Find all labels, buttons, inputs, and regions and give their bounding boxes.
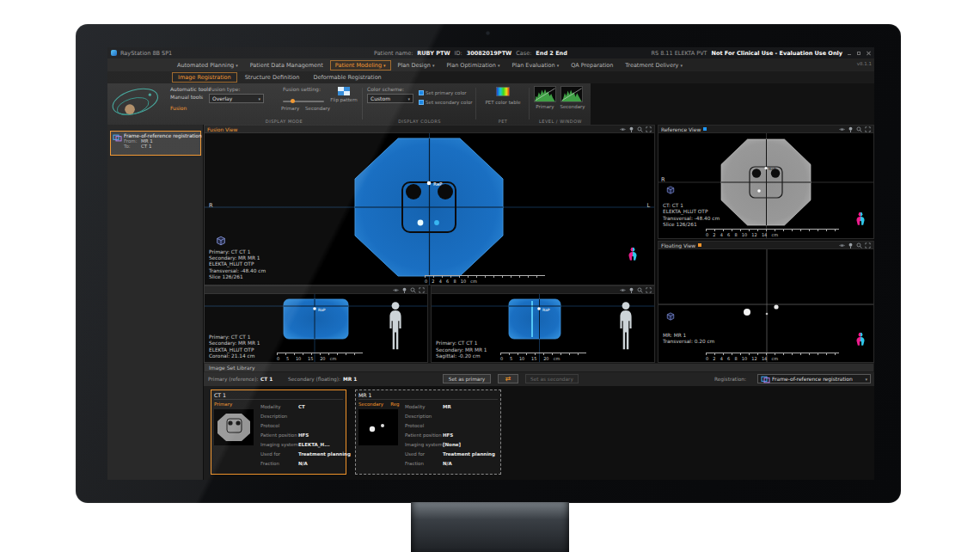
tab-treatment-delivery[interactable]: Treatment Delivery <box>620 60 688 71</box>
coronal-view-canvas[interactable]: RaP Primary: CT CT 1 Secondary: MR MR 1 … <box>205 294 427 362</box>
expand-icon[interactable] <box>646 126 652 132</box>
reference-view[interactable]: Reference View <box>658 125 874 239</box>
sagittal-view-canvas[interactable]: RaP Primary: CT CT 1 Secondary: MR MR 1 … <box>432 294 654 362</box>
fusion-view[interactable]: Fusion View RaP <box>204 125 655 285</box>
tab-plan-optimization[interactable]: Plan Optimization <box>441 60 505 71</box>
pin-icon[interactable] <box>628 287 634 293</box>
swap-primary-secondary-button[interactable] <box>498 374 518 383</box>
field-label: Patient position <box>405 432 443 438</box>
pin-icon[interactable] <box>848 126 854 132</box>
zoom-icon[interactable] <box>410 287 416 293</box>
frame-of-reference-registration-item[interactable]: Frame-of-reference registration From:MR … <box>110 131 201 156</box>
subtab-deformable-registration[interactable]: Deformable Registration <box>307 72 387 83</box>
field-label: Imaging system <box>405 442 443 447</box>
color-scheme-select[interactable]: Custom <box>367 94 413 103</box>
info-line: ELEKTA_HLUT OTP <box>663 209 720 215</box>
subtab-structure-definition[interactable]: Structure Definition <box>239 72 306 83</box>
reference-view-canvas[interactable]: RaP R CT: CT 1 ELEKTA_HLUT OTP Transvers… <box>658 133 873 238</box>
image-set-card-mr1[interactable]: MR 1 Secondary Reg <box>355 389 501 475</box>
phantom-marker-label: RaP <box>769 167 776 171</box>
eye-icon[interactable] <box>620 287 626 293</box>
info-line: ELEKTA_HLUT OTP <box>209 261 266 267</box>
subtab-image-registration[interactable]: Image Registration <box>172 72 237 83</box>
set-as-primary-button[interactable]: Set as primary <box>443 374 491 383</box>
pin-icon[interactable] <box>401 287 407 293</box>
fusion-type-select[interactable]: Overlay <box>209 94 264 103</box>
tab-plan-design[interactable]: Plan Design <box>393 60 440 71</box>
secondary-level-window-histogram[interactable] <box>560 86 583 102</box>
tab-patient-modeling[interactable]: Patient Modeling <box>330 60 391 71</box>
card-title: MR 1 <box>358 392 498 400</box>
zoom-icon[interactable] <box>637 287 643 293</box>
patient-orientation-slot <box>854 212 867 226</box>
coronal-view[interactable]: RaP Primary: CT CT 1 Secondary: MR MR 1 … <box>204 285 428 363</box>
floating-view-canvas[interactable]: MR: MR 1 Transversal: 0.20 cm 0 2 4 6 8 … <box>658 249 873 362</box>
app-title: RayStation 8B SP1 <box>120 50 172 57</box>
tab-label: Plan Design <box>398 62 431 69</box>
sidebar-item-automatic-tools[interactable]: Automatic tools <box>170 86 211 92</box>
fusion-setting-slider[interactable] <box>283 101 324 102</box>
primary-level-window-histogram[interactable] <box>534 86 556 102</box>
patient-3d-model <box>383 300 407 357</box>
pet-color-table-button[interactable] <box>496 87 510 96</box>
ruler-numbers: 0 5 10 15 20 <box>500 356 549 361</box>
card-title: CT 1 <box>214 392 343 400</box>
zoom-icon[interactable] <box>637 126 643 132</box>
expand-icon[interactable] <box>865 242 871 248</box>
maximize-icon[interactable] <box>856 51 861 56</box>
tab-qa-preparation[interactable]: QA Preparation <box>566 60 618 71</box>
raystation-window: RayStation 8B SP1 Patient name: RUBY PTW… <box>107 47 874 480</box>
zoom-icon[interactable] <box>856 126 862 132</box>
case-label: Case: <box>516 50 531 57</box>
view-info-text: Primary: CT CT 1 Secondary: MR MR 1 ELEK… <box>209 249 266 280</box>
field-label: Protocol <box>260 423 298 428</box>
tab-automated-planning[interactable]: Automated Planning <box>172 60 243 71</box>
tab-plan-evaluation[interactable]: Plan Evaluation <box>506 60 564 71</box>
eye-icon[interactable] <box>839 242 845 248</box>
image-set-cube-icon <box>665 311 676 322</box>
field-value: N/A <box>298 461 308 466</box>
pin-icon[interactable] <box>848 242 854 248</box>
set-as-secondary-button[interactable]: Set as secondary <box>525 374 579 383</box>
sidebar-item-manual-tools[interactable]: Manual tools <box>170 94 203 100</box>
floating-view[interactable]: Floating View <box>658 241 874 363</box>
zoom-icon[interactable] <box>856 242 862 248</box>
chevron-down-icon <box>680 62 683 69</box>
patient-orientation-slot <box>627 247 639 261</box>
minimize-icon[interactable] <box>847 51 852 56</box>
sagittal-view[interactable]: RaP Primary: CT CT 1 Secondary: MR MR 1 … <box>431 285 655 363</box>
module-subtabbar: Image Registration Structure Definition … <box>107 71 874 83</box>
swap-arrows-icon <box>505 376 511 383</box>
tab-patient-data-management[interactable]: Patient Data Management <box>245 60 328 71</box>
sidebar-item-fusion[interactable]: Fusion <box>170 105 187 111</box>
registration-select[interactable]: Frame-of-reference registration <box>757 374 871 383</box>
set-secondary-color-button[interactable]: Set secondary color <box>419 100 473 105</box>
flip-pattern-button[interactable]: Flip pattern <box>326 87 362 102</box>
patient-3d-model <box>614 300 638 357</box>
expand-icon[interactable] <box>419 287 425 293</box>
registration-icon-slot <box>113 134 122 142</box>
ribbon-group-level-window: Primary Secondary LEVEL / WINDOW <box>534 83 587 125</box>
eye-icon[interactable] <box>620 126 626 132</box>
set-primary-color-button[interactable]: Set primary color <box>419 90 467 95</box>
slider-knob[interactable] <box>291 99 295 103</box>
fusion-view-canvas[interactable]: RaP R L Primary: CT CT 1 Secondary: MR M… <box>205 133 654 285</box>
expand-icon[interactable] <box>865 126 871 132</box>
patient-orientation-icon <box>854 212 867 226</box>
image-set-library-toolbar: Primary (reference): CT 1 Secondary (flo… <box>204 372 874 386</box>
close-icon[interactable] <box>866 51 871 56</box>
ruler-ticks <box>277 353 363 355</box>
eye-icon[interactable] <box>393 287 399 293</box>
titlebar-right: RS 8.11 ELEKTA PVT Not For Clinical Use … <box>651 50 871 57</box>
logo-decoration <box>107 78 168 128</box>
expand-icon[interactable] <box>646 287 652 293</box>
eye-icon[interactable] <box>839 126 845 132</box>
field-label: Modality <box>260 404 298 409</box>
monitor-stand <box>411 502 569 552</box>
sagittal-view-header <box>432 286 654 294</box>
image-set-card-ct1[interactable]: CT 1 Primary ModalityCT <box>211 389 346 475</box>
pin-icon[interactable] <box>628 126 634 132</box>
registration-frames-icon <box>113 134 122 142</box>
patient-id-label: ID: <box>455 50 462 57</box>
registration-frames-icon <box>761 376 770 383</box>
